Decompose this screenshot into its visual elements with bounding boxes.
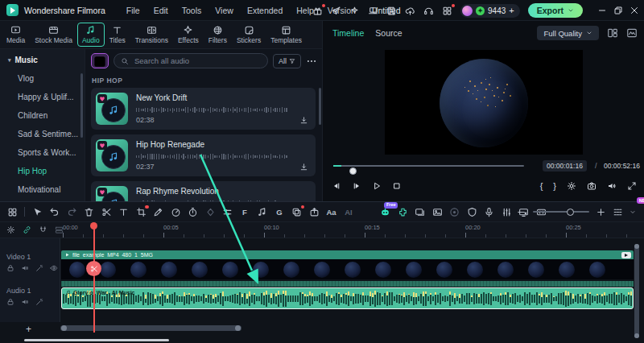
- timeline-settings-button[interactable]: [6, 225, 15, 234]
- audio-mixer-button[interactable]: [502, 207, 512, 217]
- sidebar-item-vlog[interactable]: Vlog: [0, 69, 85, 88]
- playhead-line[interactable]: [93, 225, 95, 333]
- undo-button[interactable]: [49, 207, 60, 217]
- toolbox-button[interactable]: [7, 207, 18, 217]
- volume-button[interactable]: [607, 181, 617, 191]
- denoise-button[interactable]: [467, 207, 477, 217]
- draw-mask-button[interactable]: [153, 207, 163, 217]
- select-tool-button[interactable]: [32, 207, 43, 217]
- menu-edit[interactable]: Edit: [154, 6, 168, 15]
- menu-extended[interactable]: Extended: [247, 6, 283, 15]
- track-manager-caret[interactable]: [630, 207, 636, 217]
- gifts-icon[interactable]: [312, 6, 323, 16]
- sidebar-header-music[interactable]: ▾ Music: [0, 49, 85, 69]
- mute-track-icon[interactable]: [21, 264, 29, 272]
- render-preview-button[interactable]: [415, 207, 425, 217]
- tab-filters[interactable]: Filters: [204, 23, 232, 47]
- speed-button[interactable]: [171, 207, 181, 217]
- keyframe-button[interactable]: [205, 207, 216, 217]
- sidebar-item-happy-uplif-[interactable]: Happy & Uplif...: [0, 88, 85, 106]
- menu-view[interactable]: View: [215, 6, 233, 15]
- tab-transitions[interactable]: Transitions: [130, 23, 173, 47]
- crop-button[interactable]: [136, 207, 147, 217]
- tab-titles[interactable]: Titles: [105, 23, 130, 47]
- cloud-upload-icon[interactable]: [405, 6, 415, 16]
- audio-stretch-button[interactable]: [257, 207, 267, 217]
- zoom-slider-handle[interactable]: [567, 209, 574, 216]
- hide-track-icon[interactable]: [50, 264, 58, 272]
- auto-captions-button[interactable]: Aa: [326, 207, 336, 217]
- export-selection-button[interactable]: [309, 207, 320, 217]
- audio-library-button[interactable]: [91, 53, 109, 68]
- duration-button[interactable]: [188, 207, 198, 217]
- sidebar-scrollbar[interactable]: [80, 73, 83, 138]
- sidebar-item-hip-hop[interactable]: Hip Hop: [0, 162, 85, 180]
- search-input[interactable]: [133, 56, 261, 66]
- voiceover-button[interactable]: [484, 207, 494, 217]
- audio-card-1[interactable]: New York Drift02:38: [91, 88, 316, 130]
- sidebar-item-sad-sentime-[interactable]: Sad & Sentime...: [0, 125, 85, 143]
- minimize-button[interactable]: [597, 6, 607, 15]
- sidebar-item-sports-work-[interactable]: Sports & Work...: [0, 143, 85, 162]
- enhance-track-icon[interactable]: [35, 298, 43, 306]
- sidebar-item-motivational[interactable]: Motivational: [0, 180, 85, 199]
- quality-dropdown[interactable]: Full Quality: [537, 26, 599, 40]
- split-scissors-button[interactable]: [86, 261, 101, 276]
- account-coin-pill[interactable]: ✦ 9443 +: [460, 4, 520, 18]
- adjust-color-button[interactable]: [222, 207, 233, 217]
- tab-media[interactable]: Media: [2, 23, 30, 47]
- ai-assistant-button[interactable]: AI: [344, 207, 354, 217]
- play-button[interactable]: [372, 181, 382, 191]
- horizontal-scrollbar[interactable]: [60, 325, 242, 331]
- tab-source[interactable]: Source: [375, 28, 402, 38]
- split-button[interactable]: [101, 207, 112, 217]
- more-options-button[interactable]: [306, 56, 317, 67]
- close-button[interactable]: [630, 6, 639, 15]
- tab-templates[interactable]: Templates: [266, 23, 307, 47]
- sidebar-item-children[interactable]: Children: [0, 106, 85, 125]
- download-icon[interactable]: [299, 116, 308, 125]
- save-project-icon[interactable]: [386, 6, 397, 16]
- tab-effects[interactable]: Effects: [173, 23, 204, 47]
- delete-button[interactable]: [84, 207, 94, 217]
- video-clip[interactable]: file_example_MP4_480_1_5MG: [61, 250, 634, 287]
- ai-text-to-video-button[interactable]: FNEW: [240, 207, 250, 217]
- clip-play-button[interactable]: [621, 252, 631, 258]
- lock-track-icon[interactable]: [6, 298, 14, 306]
- redo-button[interactable]: [67, 207, 77, 217]
- tab-stickers[interactable]: Stickers: [232, 23, 266, 47]
- snapshot-button[interactable]: [587, 181, 597, 191]
- plugin-button[interactable]: [398, 207, 408, 217]
- vertical-scrollbar[interactable]: [634, 244, 639, 338]
- tab-timeline[interactable]: Timeline: [332, 28, 364, 38]
- timeline-zoom-slider[interactable]: [533, 211, 589, 213]
- enhance-track-icon[interactable]: [35, 264, 43, 272]
- track-manager-button[interactable]: [613, 207, 623, 217]
- seek-bar[interactable]: [333, 165, 524, 167]
- record-button[interactable]: [449, 207, 460, 217]
- snapshot-still-button[interactable]: [432, 207, 443, 217]
- export-button[interactable]: Export: [528, 3, 583, 18]
- workspace-icon[interactable]: [368, 6, 378, 16]
- audio-card-3[interactable]: Rap Rhyme Revolution: [91, 181, 316, 201]
- playhead-handle[interactable]: [90, 222, 97, 229]
- mute-track-icon[interactable]: [21, 298, 29, 306]
- lock-track-icon[interactable]: [6, 264, 14, 272]
- filter-all-button[interactable]: All: [273, 54, 301, 68]
- fullscreen-button[interactable]: [627, 181, 637, 191]
- browser-scrollbar[interactable]: [319, 88, 322, 125]
- previous-frame-button[interactable]: [332, 181, 341, 191]
- add-track-button[interactable]: +: [26, 324, 31, 335]
- ai-voice-button[interactable]: G: [275, 207, 285, 217]
- mark-in-button[interactable]: {: [540, 182, 543, 191]
- share-icon[interactable]: [331, 6, 341, 16]
- menu-help[interactable]: Help: [296, 6, 314, 15]
- rewards-icon[interactable]: [349, 6, 360, 16]
- menu-file[interactable]: File: [126, 6, 140, 15]
- ai-copilot-copy-button[interactable]: [291, 207, 302, 217]
- snap-button[interactable]: [39, 225, 47, 234]
- ai-bot-button[interactable]: Free: [380, 207, 390, 217]
- restore-button[interactable]: [613, 6, 623, 15]
- zoom-out-button[interactable]: [516, 207, 526, 217]
- zoom-in-button[interactable]: [596, 207, 606, 217]
